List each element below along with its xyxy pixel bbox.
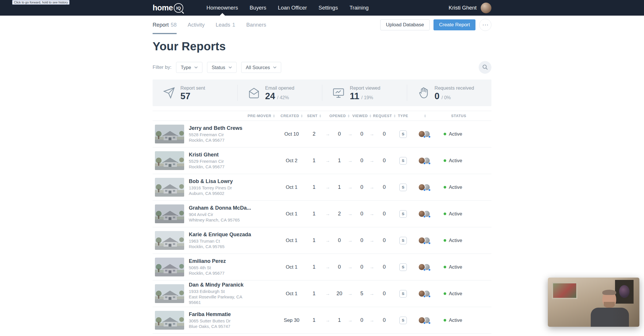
header-created[interactable]: CREATED [277, 114, 306, 118]
arrow-right-icon: → [368, 265, 376, 270]
sent-count: 1 [306, 291, 322, 297]
table-row[interactable]: Karie & Enrique Quezada 1963 Truman CtRo… [153, 227, 491, 254]
homeowner-name[interactable]: Dan & Mindy Paranick [189, 282, 244, 288]
table-row[interactable]: Kristi Ghent 5529 Freeman CirRocklin, CA… [153, 147, 491, 174]
recipient-avatars[interactable] [413, 317, 435, 324]
recipient-avatars[interactable] [413, 290, 435, 297]
table-row[interactable]: Jerry and Beth Crews 5528 Freeman CirRoc… [153, 121, 491, 147]
email-open-icon [248, 87, 260, 99]
nav-item-homeowners[interactable]: Homeowners [206, 0, 238, 16]
header-pre-mover[interactable]: PRE-MOVER [153, 114, 277, 118]
type-cell: S [393, 290, 413, 298]
stat-value: 24 [265, 92, 275, 101]
header-status[interactable]: STATUS [435, 114, 491, 118]
header-recipients[interactable] [413, 115, 435, 117]
nav-item-settings[interactable]: Settings [319, 0, 338, 16]
search-button[interactable] [479, 61, 491, 74]
tabs-row: Report 58 Activity Leads 1 Banners Uploa… [153, 16, 491, 34]
tab-banners[interactable]: Banners [246, 16, 266, 34]
homeowner-name[interactable]: Fariba Hemmatie [189, 311, 231, 317]
recipient-avatar [418, 290, 425, 297]
arrow-right-icon: → [368, 132, 376, 137]
user-menu[interactable]: Kristi Ghent [449, 3, 491, 13]
type-cell: S [393, 130, 413, 138]
stat-email-opened: Email opened 24 / 42% [237, 80, 322, 106]
status-label: Active [449, 238, 462, 243]
status-label: Active [449, 264, 462, 270]
homeiq-logo[interactable]: home IQ [153, 3, 183, 13]
webcam-overlay[interactable] [548, 278, 639, 327]
stat-value: 57 [180, 92, 190, 101]
filter-sources-dropdown[interactable]: All Sources [241, 62, 281, 73]
homeowner-name[interactable]: Emiliano Perez [189, 258, 226, 264]
arrow-right-icon: → [345, 132, 355, 137]
property-address: 5528 Freeman CirRocklin, CA 95677 [189, 132, 242, 143]
property-address: 5529 Freeman CirRocklin, CA 95677 [189, 159, 224, 170]
stat-fraction: / 0% [442, 95, 451, 100]
recipient-avatars[interactable] [413, 157, 435, 164]
nav-item-loan-officer[interactable]: Loan Officer [278, 0, 307, 16]
online-dot [423, 295, 426, 298]
homeowner-name[interactable]: Kristi Ghent [189, 152, 224, 158]
more-options-button[interactable]: ⋯ [479, 19, 491, 31]
recipient-avatars[interactable] [413, 210, 435, 217]
online-dot [428, 162, 431, 165]
report-tabs: Report 58 Activity Leads 1 Banners [153, 16, 266, 34]
created-date: Oct 1 [277, 238, 306, 243]
sort-icon[interactable] [301, 115, 303, 117]
table-row[interactable]: Fariba Hemmatie 3065 Sutter Buttes DrBlu… [153, 307, 491, 334]
sort-icon[interactable] [348, 115, 350, 117]
sort-icon[interactable] [273, 115, 275, 117]
main-content: Your Reports Filter by: Type Status All … [153, 40, 491, 334]
homeowner-name[interactable]: Karie & Enrique Quezada [189, 232, 251, 238]
table-row[interactable]: Bob & Lisa Lowry 13916 Torrey Pines DrAu… [153, 174, 491, 201]
viewed-count: 0 [355, 264, 368, 270]
user-name: Kristi Ghent [449, 5, 477, 11]
recipient-avatars[interactable] [413, 130, 435, 138]
create-report-button[interactable]: Create Report [433, 19, 475, 30]
recipient-avatars[interactable] [413, 237, 435, 244]
request-count: 0 [376, 211, 393, 217]
type-badge: S [399, 210, 407, 218]
stat-label: Report sent [180, 85, 205, 91]
filter-type-dropdown[interactable]: Type [176, 62, 202, 73]
header-opened[interactable]: OPENED [334, 114, 345, 118]
header-viewed[interactable]: VIEWED [355, 114, 368, 118]
arrow-right-icon: → [345, 318, 355, 323]
table-row[interactable]: Emiliano Perez 5065 4th StRocklin, CA 95… [153, 254, 491, 280]
recipient-avatars[interactable] [413, 263, 435, 271]
pre-mover-cell: Graham & Donna McDa... 904 Anvil CirWhit… [153, 204, 277, 223]
user-avatar[interactable] [481, 3, 491, 13]
tab-leads[interactable]: Leads 1 [216, 16, 235, 34]
homeowner-name[interactable]: Jerry and Beth Crews [189, 125, 242, 131]
opened-count: 0 [334, 131, 345, 137]
arrow-right-icon: → [322, 238, 334, 243]
property-address: 1933 Edinburgh StEast Roseville Parkway,… [189, 289, 244, 305]
status-badge: Active [435, 238, 491, 243]
property-photo [155, 151, 184, 170]
homeowner-name[interactable]: Bob & Lisa Lowry [189, 178, 233, 184]
nav-item-buyers[interactable]: Buyers [250, 0, 266, 16]
filter-status-dropdown[interactable]: Status [207, 62, 237, 73]
upload-database-button[interactable]: Upload Database [380, 19, 430, 30]
header-sent[interactable]: SENT [306, 114, 322, 118]
request-count: 0 [376, 264, 393, 270]
nav-item-training[interactable]: Training [350, 0, 369, 16]
sort-icon[interactable] [319, 115, 321, 117]
table-row[interactable]: Dan & Mindy Paranick 1933 Edinburgh StEa… [153, 280, 491, 307]
table-row[interactable]: Graham & Donna McDa... 904 Anvil CirWhit… [153, 201, 491, 227]
tab-report[interactable]: Report 58 [153, 16, 177, 34]
stat-report-viewed: Report viewed 11 / 19% [322, 80, 407, 106]
nav-item-label: Buyers [250, 5, 266, 11]
sort-icon[interactable] [424, 115, 426, 117]
header-type[interactable]: TYPE [393, 114, 413, 118]
arrow-right-icon: → [368, 291, 376, 296]
homeowner-name[interactable]: Graham & Donna McDa... [189, 205, 251, 211]
header-request[interactable]: REQUEST [376, 114, 393, 118]
status-label: Active [449, 131, 462, 137]
request-count: 0 [376, 317, 393, 323]
tab-activity[interactable]: Activity [188, 16, 205, 34]
recipient-avatars[interactable] [413, 184, 435, 191]
sort-icon[interactable] [369, 115, 371, 117]
status-dot-icon [444, 239, 446, 242]
